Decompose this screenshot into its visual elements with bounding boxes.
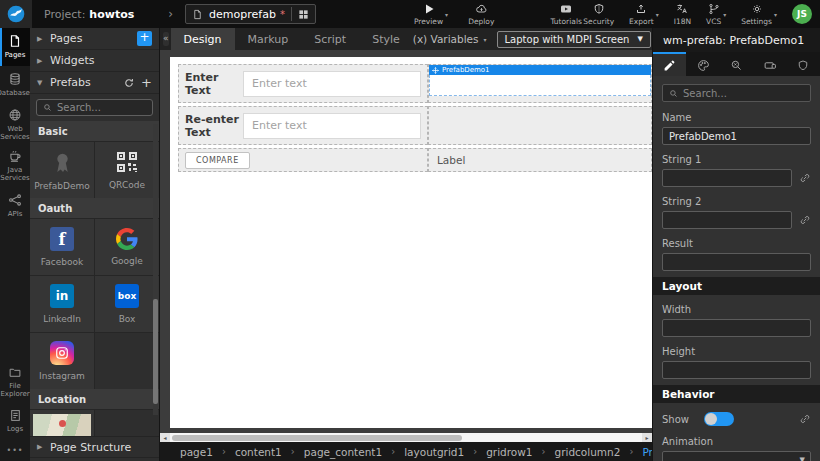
- bind-show-button[interactable]: [799, 413, 811, 425]
- prefab-tile-map[interactable]: [30, 410, 94, 436]
- canvas-horizontal-scrollbar[interactable]: ◂ ▸: [160, 432, 652, 442]
- result-input[interactable]: [662, 253, 811, 271]
- tab-markup[interactable]: Markup: [235, 28, 302, 50]
- field-label[interactable]: Re-enter Text: [179, 113, 243, 139]
- string2-input[interactable]: [662, 211, 792, 229]
- chevron-down-icon[interactable]: ▾: [445, 11, 448, 18]
- breadcrumb-item[interactable]: page_content1: [304, 446, 382, 458]
- prefab-tile-box[interactable]: box Box: [95, 276, 159, 332]
- rail-item-web-services[interactable]: Web Services: [0, 104, 30, 145]
- i18n-button[interactable]: I18N: [674, 3, 691, 26]
- breadcrumb-item[interactable]: gridcolumn2: [555, 446, 621, 458]
- prefab-tile-linkedin[interactable]: in LinkedIn: [30, 276, 94, 332]
- scroll-right-arrow[interactable]: ▸: [642, 433, 652, 442]
- add-page-button[interactable]: +: [137, 31, 152, 46]
- prefab-search-input[interactable]: [57, 102, 146, 113]
- tab-devices[interactable]: [753, 52, 786, 76]
- preview-button[interactable]: Preview: [414, 3, 443, 26]
- tab-design[interactable]: Design: [171, 28, 235, 50]
- link-icon: [799, 214, 811, 226]
- security-button[interactable]: Security: [583, 3, 614, 26]
- tab-events[interactable]: [720, 52, 753, 76]
- group-basic: Basic: [30, 121, 159, 141]
- selected-widget-body[interactable]: [429, 75, 651, 96]
- settings-button[interactable]: Settings: [741, 3, 772, 26]
- grid-view-icon[interactable]: [298, 9, 309, 20]
- label-widget[interactable]: Label: [437, 154, 465, 166]
- design-canvas[interactable]: Enter Text PrefabDemo1: [170, 57, 652, 428]
- tab-properties[interactable]: [653, 52, 686, 76]
- properties-search[interactable]: [662, 84, 811, 102]
- rail-item-logs[interactable]: Logs: [0, 402, 30, 440]
- left-rail: Pages Databases Web Services Java Servic…: [0, 28, 30, 461]
- tab-styles[interactable]: [686, 52, 719, 76]
- grid-cell-enter-text[interactable]: Enter Text: [178, 64, 428, 103]
- variables-button[interactable]: (x) Variables ▾: [413, 33, 487, 45]
- prefab-search[interactable]: [36, 99, 153, 116]
- rail-item-pages[interactable]: Pages: [0, 28, 30, 66]
- prefab-tile-instagram[interactable]: Instagram: [30, 333, 94, 389]
- animation-select[interactable]: ▼: [662, 451, 811, 461]
- rail-item-java-services[interactable]: Java Services: [0, 145, 30, 186]
- string1-input[interactable]: [662, 169, 792, 187]
- section-page-structure[interactable]: ▶ Page Structure: [30, 436, 159, 458]
- prefab-tile-qrcode[interactable]: QRCode: [95, 142, 159, 198]
- breadcrumb-item[interactable]: page1: [180, 446, 213, 458]
- prefab-tile-prefabdemo[interactable]: PrefabDemo: [30, 142, 94, 198]
- export-button[interactable]: Export: [629, 3, 654, 26]
- section-widgets[interactable]: ▶ Widgets: [30, 50, 159, 72]
- grid-cell-empty[interactable]: [428, 106, 652, 145]
- grid-cell-compare[interactable]: COMPARE: [178, 148, 428, 172]
- wavemaker-logo[interactable]: [0, 0, 32, 28]
- tab-style[interactable]: Style: [359, 28, 413, 50]
- top-bar: Project:howtos › demoprefab * Preview ▾ …: [0, 0, 820, 28]
- field-label[interactable]: Enter Text: [179, 71, 243, 97]
- vcs-button[interactable]: VCS: [706, 3, 721, 26]
- bind-string1-button[interactable]: [799, 172, 811, 184]
- section-prefabs[interactable]: ▼ Prefabs +: [30, 72, 159, 94]
- scrollbar-thumb[interactable]: [172, 435, 462, 441]
- import-prefab-button[interactable]: +: [141, 75, 152, 90]
- user-avatar[interactable]: JS: [792, 4, 812, 24]
- scrollbar-track[interactable]: [170, 433, 642, 442]
- enter-text-input[interactable]: [243, 71, 421, 97]
- tutorials-button[interactable]: Tutorials: [550, 3, 581, 26]
- breadcrumb-item[interactable]: gridrow1: [486, 446, 532, 458]
- rail-item-file-explorer[interactable]: File Explorer: [0, 362, 30, 402]
- selected-widget-handle[interactable]: PrefabDemo1: [429, 65, 651, 75]
- prefab-tile-google[interactable]: Google: [95, 219, 159, 275]
- scroll-left-arrow[interactable]: ◂: [160, 433, 170, 442]
- reenter-text-input[interactable]: [243, 113, 421, 139]
- properties-search-input[interactable]: [683, 88, 804, 99]
- tab-security[interactable]: [787, 52, 820, 76]
- height-input[interactable]: [662, 361, 811, 379]
- breadcrumb-item[interactable]: layoutgrid1: [404, 446, 464, 458]
- prefab-tile-facebook[interactable]: f Facebook: [30, 219, 94, 275]
- grid-cell-reenter-text[interactable]: Re-enter Text: [178, 106, 428, 145]
- section-pages[interactable]: ▶ Pages +: [30, 28, 159, 50]
- chevron-down-icon[interactable]: ▾: [656, 11, 659, 18]
- bind-string2-button[interactable]: [799, 214, 811, 226]
- collapse-left-panel-button[interactable]: «: [163, 32, 169, 46]
- deploy-button[interactable]: Deploy: [468, 3, 494, 26]
- width-input[interactable]: [662, 319, 811, 337]
- tab-script[interactable]: Script: [301, 28, 359, 50]
- breadcrumb-item[interactable]: content1: [235, 446, 282, 458]
- chevron-down-icon[interactable]: ▾: [774, 11, 777, 18]
- rail-item-apis[interactable]: APIs: [0, 186, 30, 224]
- chevron-down-icon[interactable]: ▾: [723, 11, 726, 18]
- grid-cell-label[interactable]: Label: [428, 148, 652, 172]
- pages-icon: [8, 34, 22, 48]
- breadcrumb-separator: ›: [629, 446, 633, 457]
- device-selector[interactable]: Laptop with MDPI Screen ▼: [497, 31, 651, 48]
- rail-item-databases[interactable]: Databases: [0, 66, 30, 104]
- left-panel-scrollbar[interactable]: [153, 124, 158, 415]
- scrollbar-thumb[interactable]: [153, 299, 158, 404]
- page-selector[interactable]: demoprefab *: [185, 4, 316, 24]
- compare-button[interactable]: COMPARE: [185, 152, 250, 169]
- grid-cell-prefab[interactable]: PrefabDemo1: [428, 64, 652, 103]
- name-input[interactable]: [662, 127, 811, 145]
- rail-more-button[interactable]: •••: [0, 440, 30, 461]
- show-toggle[interactable]: [704, 412, 734, 426]
- refresh-prefabs-button[interactable]: [123, 77, 135, 89]
